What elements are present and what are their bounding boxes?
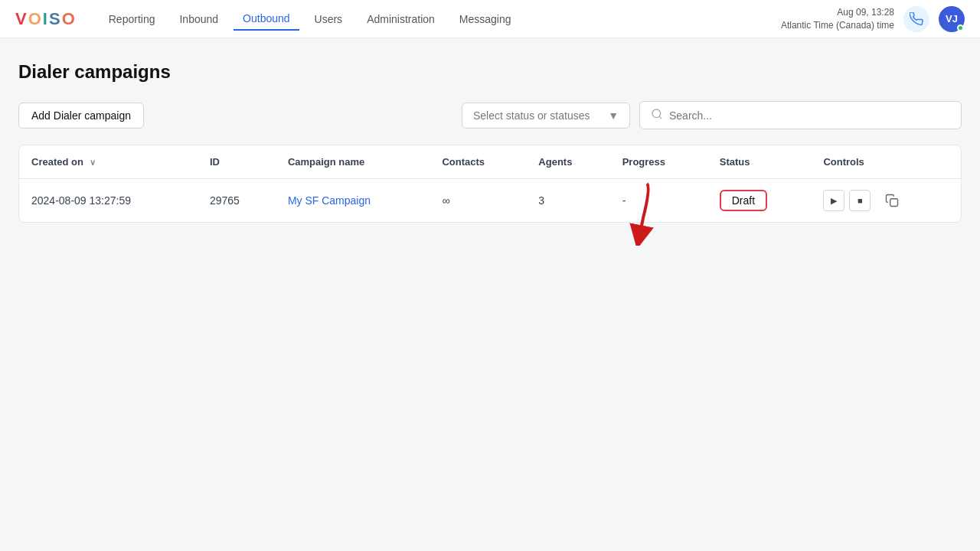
phone-icon [910,12,923,26]
col-progress: Progress [610,145,707,179]
cell-status: Draft [707,179,812,223]
header-right: Aug 09, 13:28 Atlantic Time (Canada) tim… [781,6,965,32]
stop-button[interactable]: ■ [849,190,871,211]
status-filter-label: Select status or statuses [473,109,590,122]
chevron-down-icon: ▼ [608,109,619,122]
datetime-line2: Atlantic Time (Canada) time [781,19,894,32]
col-controls: Controls [811,145,961,179]
cell-id: 29765 [198,179,276,223]
col-created-on: Created on ∨ [19,145,198,179]
svg-point-0 [652,109,661,118]
avatar[interactable]: VJ [939,6,965,32]
logo: VOISO [15,9,77,29]
status-filter-dropdown[interactable]: Select status or statuses ▼ [462,103,630,129]
nav-messaging[interactable]: Messaging [450,8,521,30]
col-contacts: Contacts [430,145,526,179]
nav-inbound[interactable]: Inbound [170,8,227,30]
svg-rect-2 [890,199,898,207]
col-campaign-name: Campaign name [276,145,430,179]
campaigns-table-container: Created on ∨ ID Campaign name Contacts A… [18,145,962,223]
campaigns-table: Created on ∨ ID Campaign name Contacts A… [19,145,961,222]
cell-created-on: 2024-08-09 13:27:59 [19,179,198,223]
status-badge: Draft [720,190,767,211]
nav-reporting[interactable]: Reporting [100,8,165,30]
copy-button[interactable] [881,190,903,211]
campaign-name-link[interactable]: My SF Campaign [288,194,371,207]
controls-group: ▶ ■ [823,190,949,211]
play-button[interactable]: ▶ [823,190,844,211]
cell-controls: ▶ ■ [811,179,961,223]
add-dialer-campaign-button[interactable]: Add Dialer campaign [18,103,144,129]
main-content: Dialer campaigns Add Dialer campaign Sel… [0,38,980,246]
cell-progress: - [610,179,707,223]
search-box [639,101,962,129]
col-status: Status [707,145,812,179]
cell-agents: 3 [526,179,609,223]
table-row: 2024-08-09 13:27:59 29765 My SF Campaign… [19,179,961,223]
search-icon [651,108,663,122]
copy-icon [885,194,899,207]
avatar-status-badge [957,24,964,31]
table-header-row: Created on ∨ ID Campaign name Contacts A… [19,145,961,179]
col-id: ID [198,145,276,179]
svg-line-1 [659,116,662,119]
search-input[interactable] [669,109,950,122]
main-nav: Reporting Inbound Outbound Users Adminis… [100,8,781,31]
header: VOISO Reporting Inbound Outbound Users A… [0,0,980,38]
sort-icon: ∨ [90,158,96,168]
nav-administration[interactable]: Administration [358,8,444,30]
datetime: Aug 09, 13:28 Atlantic Time (Canada) tim… [781,6,894,32]
logo-v: V [15,9,28,29]
logo-o2: O [62,9,77,29]
page-title: Dialer campaigns [18,61,962,83]
col-agents: Agents [526,145,609,179]
nav-users[interactable]: Users [305,8,352,30]
logo-o: O [28,9,43,29]
cell-contacts: ∞ [430,179,526,223]
logo-s: S [49,9,62,29]
cell-campaign-name: My SF Campaign [276,179,430,223]
toolbar: Add Dialer campaign Select status or sta… [18,101,962,129]
datetime-line1: Aug 09, 13:28 [781,6,894,19]
logo-i: I [43,9,49,29]
nav-outbound[interactable]: Outbound [234,8,299,31]
phone-button[interactable] [903,6,929,32]
